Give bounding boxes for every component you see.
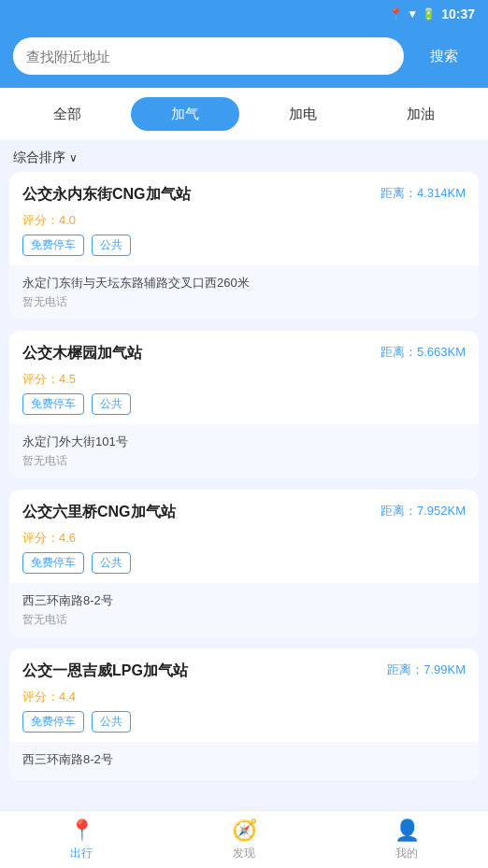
tag-free-parking-3: 免费停车 [22,552,84,574]
nav-label-travel: 出行 [70,846,93,861]
station-address-1: 永定门东街与天坛东路辅路交叉口西260米 [22,275,466,292]
station-tags-2: 免费停车 公共 [9,393,479,424]
tab-gas[interactable]: 加气 [131,97,239,131]
status-time: 10:37 [441,7,475,21]
search-button[interactable]: 搜索 [413,37,475,75]
card-bottom-3: 西三环南路8-2号 暂无电话 [9,583,479,637]
mine-icon: 👤 [395,818,420,843]
location-icon: 📍 [389,7,403,21]
status-icons: 📍 ▼ 🔋 [389,7,436,21]
station-card-2[interactable]: 公交木樨园加气站 距离：5.663KM 评分：4.5 免费停车 公共 永定门外大… [9,331,479,478]
station-phone-2: 暂无电话 [22,453,466,469]
tag-public-1: 公共 [92,235,131,256]
card-bottom-2: 永定门外大街101号 暂无电话 [9,424,479,478]
station-card-3[interactable]: 公交六里桥CNG加气站 距离：7.952KM 评分：4.6 免费停车 公共 西三… [9,490,479,637]
tab-all[interactable]: 全部 [13,97,122,131]
station-card-1[interactable]: 公交永内东街CNG加气站 距离：4.314KM 评分：4.0 免费停车 公共 永… [9,172,479,320]
search-input[interactable] [26,49,391,64]
tag-free-parking-4: 免费停车 [22,711,84,733]
header: 搜索 [0,28,488,88]
card-top-1: 公交永内东街CNG加气站 距离：4.314KM [9,172,479,212]
sort-arrow-icon: ∨ [69,151,78,164]
tabs-bar: 全部 加气 加电 加油 [0,88,488,140]
card-top-4: 公交一恩吉威LPG加气站 距离：7.99KM [9,648,479,689]
battery-icon: 🔋 [422,7,436,21]
station-address-2: 永定门外大街101号 [22,434,466,450]
station-name-1: 公交永内东街CNG加气站 [22,185,371,205]
station-phone-3: 暂无电话 [22,612,466,628]
station-distance-1: 距离：4.314KM [380,185,466,202]
nav-item-discover[interactable]: 🧭 发现 [163,811,325,868]
station-name-2: 公交木樨园加气站 [22,344,371,363]
station-rating-1: 评分：4.0 [9,212,479,235]
sort-bar[interactable]: 综合排序 ∨ [0,140,488,172]
station-rating-4: 评分：4.4 [9,689,479,711]
discover-icon: 🧭 [232,818,257,843]
card-bottom-1: 永定门东街与天坛东路辅路交叉口西260米 暂无电话 [9,265,479,320]
station-rating-2: 评分：4.5 [9,371,479,393]
sort-label: 综合排序 [13,149,65,166]
status-bar: 📍 ▼ 🔋 10:37 [0,0,488,28]
nav-label-discover: 发现 [233,846,255,861]
station-name-3: 公交六里桥CNG加气站 [22,503,371,522]
card-top-3: 公交六里桥CNG加气站 距离：7.952KM [9,490,479,530]
search-input-wrap[interactable] [13,37,404,75]
bottom-nav: 📍 出行 🧭 发现 👤 我的 [0,810,488,868]
station-distance-2: 距离：5.663KM [380,344,466,361]
nav-item-mine[interactable]: 👤 我的 [325,811,488,868]
station-tags-3: 免费停车 公共 [9,552,479,583]
station-phone-1: 暂无电话 [22,294,466,310]
station-tags-4: 免费停车 公共 [9,711,479,742]
tag-free-parking-2: 免费停车 [22,393,84,415]
tag-free-parking-1: 免费停车 [22,235,84,256]
station-address-4: 西三环南路8-2号 [22,751,466,768]
tag-public-2: 公共 [92,393,131,415]
wifi-icon: ▼ [407,7,418,21]
nav-label-mine: 我的 [395,846,418,861]
station-address-3: 西三环南路8-2号 [22,592,466,609]
station-list: 公交永内东街CNG加气站 距离：4.314KM 评分：4.0 免费停车 公共 永… [0,172,488,857]
nav-item-travel[interactable]: 📍 出行 [0,811,163,868]
station-name-4: 公交一恩吉威LPG加气站 [22,662,378,681]
tag-public-4: 公共 [92,711,131,733]
station-distance-3: 距离：7.952KM [380,503,466,519]
station-tags-1: 免费停车 公共 [9,235,479,265]
tab-electricity[interactable]: 加电 [249,97,357,131]
tab-fuel[interactable]: 加油 [366,97,475,131]
tag-public-3: 公共 [92,552,131,574]
card-top-2: 公交木樨园加气站 距离：5.663KM [9,331,479,371]
travel-icon: 📍 [69,818,94,843]
station-rating-3: 评分：4.6 [9,530,479,552]
station-card-4[interactable]: 公交一恩吉威LPG加气站 距离：7.99KM 评分：4.4 免费停车 公共 西三… [9,648,479,780]
station-distance-4: 距离：7.99KM [387,662,466,678]
card-bottom-4: 西三环南路8-2号 [9,742,479,780]
